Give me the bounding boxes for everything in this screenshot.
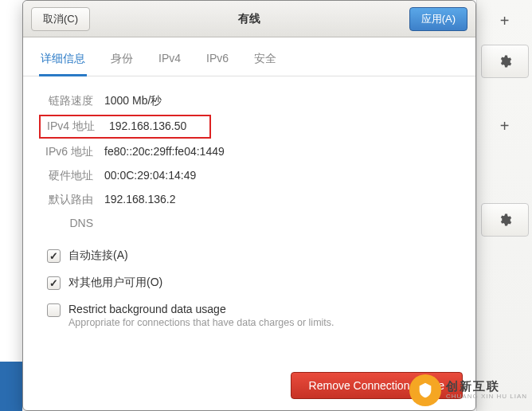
- hardware-row: 硬件地址 00:0C:29:04:14:49: [44, 164, 455, 188]
- available-all-checkbox[interactable]: [47, 276, 61, 290]
- tab-ipv4[interactable]: IPv4: [157, 47, 182, 76]
- restrict-data-row: Restrict background data usage Appropria…: [44, 296, 455, 335]
- settings-button[interactable]: [481, 203, 529, 237]
- gear-icon: [498, 213, 512, 227]
- watermark-logo-icon: [409, 374, 441, 406]
- add-icon[interactable]: +: [477, 6, 532, 35]
- dialog-title: 有线: [23, 12, 475, 26]
- auto-connect-label: 自动连接(A): [68, 249, 128, 263]
- dns-row: DNS: [44, 212, 455, 234]
- dns-label: DNS: [44, 217, 93, 229]
- route-row: 默认路由 192.168.136.2: [44, 188, 455, 212]
- auto-connect-checkbox[interactable]: [47, 249, 61, 263]
- route-value: 192.168.136.2: [104, 193, 176, 206]
- dialog-footer: Remove Connection Profile: [23, 364, 475, 410]
- connection-settings-dialog: 取消(C) 有线 应用(A) 详细信息 身份 IPv4 IPv6 安全 链路速度…: [22, 0, 476, 411]
- dialog-titlebar: 取消(C) 有线 应用(A): [23, 1, 475, 37]
- apply-button[interactable]: 应用(A): [409, 7, 467, 31]
- parent-sidebar-selection: [0, 362, 22, 411]
- ipv4-label: IPv4 地址: [45, 119, 95, 134]
- tab-bar: 详细信息 身份 IPv4 IPv6 安全: [23, 37, 475, 76]
- restrict-data-sublabel: Appropriate for connections that have da…: [68, 317, 334, 328]
- settings-button[interactable]: [481, 45, 529, 78]
- restrict-data-checkbox[interactable]: [47, 303, 61, 317]
- watermark-text-en: CHUANG XIN HU LIAN: [446, 393, 527, 401]
- ipv4-value: 192.168.136.50: [109, 119, 186, 132]
- link-speed-label: 链路速度: [44, 94, 93, 108]
- auto-connect-row: 自动连接(A): [44, 242, 455, 269]
- hardware-value: 00:0C:29:04:14:49: [104, 169, 196, 182]
- available-all-row: 对其他用户可用(O): [44, 269, 455, 296]
- hardware-label: 硬件地址: [44, 169, 93, 183]
- ipv6-row: IPv6 地址 fe80::20c:29ff:fe04:1449: [44, 140, 455, 164]
- add-icon[interactable]: +: [477, 112, 532, 140]
- tab-security[interactable]: 安全: [252, 47, 278, 76]
- ipv4-highlight: IPv4 地址 192.168.136.50: [39, 115, 211, 139]
- ipv4-row: IPv4 地址 192.168.136.50: [44, 113, 455, 140]
- available-all-label: 对其他用户可用(O): [68, 276, 162, 290]
- tab-details[interactable]: 详细信息: [39, 47, 87, 76]
- watermark-text-cn: 创新互联: [446, 380, 527, 393]
- tab-identity[interactable]: 身份: [109, 47, 135, 76]
- watermark: 创新互联 CHUANG XIN HU LIAN: [409, 374, 527, 406]
- link-speed-value: 1000 Mb/秒: [104, 94, 162, 108]
- route-label: 默认路由: [44, 193, 93, 207]
- gear-icon: [498, 54, 512, 68]
- cancel-button[interactable]: 取消(C): [31, 7, 90, 31]
- parent-window-right-column: + +: [476, 0, 532, 411]
- details-panel: 链路速度 1000 Mb/秒 IPv4 地址 192.168.136.50 IP…: [23, 76, 475, 364]
- tab-ipv6[interactable]: IPv6: [205, 47, 230, 76]
- link-speed-row: 链路速度 1000 Mb/秒: [44, 89, 455, 113]
- ipv6-value: fe80::20c:29ff:fe04:1449: [104, 145, 225, 158]
- ipv6-label: IPv6 地址: [44, 145, 93, 159]
- restrict-data-label: Restrict background data usage: [68, 303, 334, 315]
